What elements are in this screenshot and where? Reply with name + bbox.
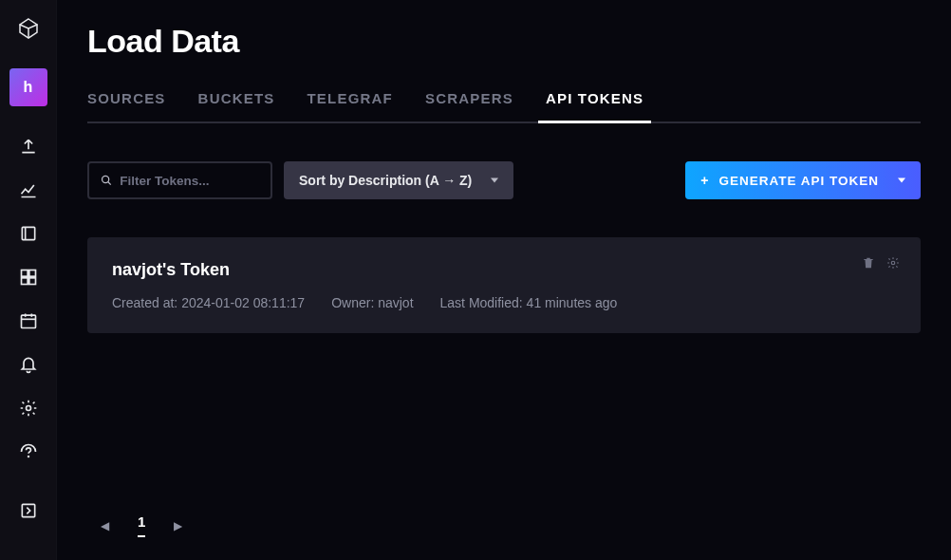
- book-icon[interactable]: [9, 215, 47, 252]
- chart-icon[interactable]: [9, 171, 47, 209]
- sidebar: h: [0, 0, 57, 560]
- svg-rect-6: [21, 278, 28, 285]
- filter-input[interactable]: [120, 174, 259, 188]
- tab-scrapers[interactable]: SCRAPERS: [425, 90, 513, 121]
- svg-rect-4: [21, 271, 28, 277]
- page-prev[interactable]: ◀: [101, 519, 109, 532]
- sidebar-item-home[interactable]: h: [9, 68, 47, 106]
- token-actions: [862, 256, 900, 270]
- sort-select[interactable]: Sort by Description (A → Z): [284, 161, 513, 199]
- token-owner: Owner: navjot: [331, 295, 413, 310]
- sort-label: Sort by Description (A → Z): [299, 173, 472, 188]
- main-content: Load Data SOURCES BUCKETS TELEGRAF SCRAP…: [57, 0, 951, 560]
- page-current[interactable]: 1: [138, 513, 145, 537]
- token-card[interactable]: navjot's Token Created at: 2024-01-02 08…: [87, 237, 921, 333]
- calendar-icon[interactable]: [9, 302, 47, 340]
- svg-line-16: [108, 182, 111, 185]
- tabs: SOURCES BUCKETS TELEGRAF SCRAPERS API TO…: [87, 90, 921, 123]
- svg-point-12: [26, 406, 30, 411]
- svg-point-15: [103, 176, 109, 182]
- svg-point-17: [891, 261, 895, 265]
- svg-rect-14: [22, 504, 34, 516]
- controls-row: Sort by Description (A → Z) + GENERATE A…: [87, 161, 921, 199]
- help-icon[interactable]: [9, 433, 47, 471]
- token-title: navjot's Token: [112, 260, 896, 280]
- collapse-icon[interactable]: [9, 492, 47, 530]
- generate-api-token-button[interactable]: + GENERATE API TOKEN: [685, 161, 921, 199]
- token-created: Created at: 2024-01-02 08:11:17: [112, 295, 305, 310]
- gear-icon[interactable]: [886, 256, 900, 270]
- generate-button-label: GENERATE API TOKEN: [718, 174, 879, 188]
- gear-icon[interactable]: [9, 389, 47, 427]
- plus-icon: +: [700, 173, 709, 188]
- svg-rect-2: [22, 227, 34, 239]
- logo-icon[interactable]: [9, 9, 47, 47]
- search-icon: [101, 174, 112, 187]
- svg-rect-8: [21, 315, 35, 327]
- pagination: ◀ 1 ▶: [87, 491, 921, 560]
- sidebar-active-label: h: [24, 79, 33, 96]
- token-modified: Last Modified: 41 minutes ago: [440, 295, 618, 310]
- svg-point-13: [28, 457, 28, 457]
- tab-telegraf[interactable]: TELEGRAF: [308, 90, 393, 121]
- svg-rect-5: [28, 271, 35, 277]
- dashboard-icon[interactable]: [9, 258, 47, 296]
- tab-sources[interactable]: SOURCES: [87, 90, 166, 121]
- filter-input-wrap[interactable]: [87, 161, 272, 199]
- bell-icon[interactable]: [9, 345, 47, 383]
- page-title: Load Data: [87, 23, 921, 60]
- upload-icon[interactable]: [9, 127, 47, 165]
- token-meta: Created at: 2024-01-02 08:11:17 Owner: n…: [112, 295, 896, 310]
- trash-icon[interactable]: [862, 256, 875, 270]
- tab-api-tokens[interactable]: API TOKENS: [546, 90, 643, 121]
- page-next[interactable]: ▶: [174, 519, 182, 532]
- svg-rect-7: [28, 278, 35, 285]
- tab-buckets[interactable]: BUCKETS: [198, 90, 275, 121]
